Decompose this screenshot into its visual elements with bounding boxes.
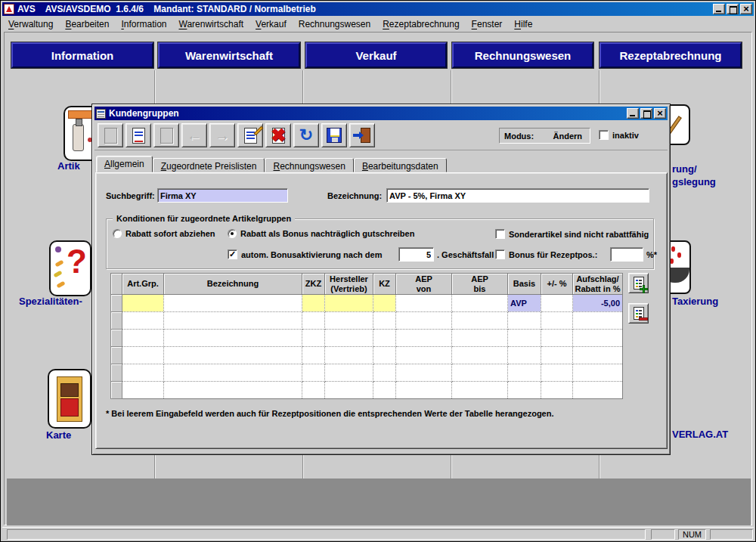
- row-selector[interactable]: [111, 382, 122, 399]
- bezeichnung-input[interactable]: [386, 188, 649, 203]
- edit-button[interactable]: [237, 123, 263, 147]
- empty-cell[interactable]: [122, 330, 164, 347]
- empty-cell[interactable]: [164, 364, 302, 382]
- browse-button[interactable]: [125, 123, 151, 147]
- row-selector[interactable]: [111, 312, 122, 330]
- empty-cell[interactable]: [122, 312, 164, 330]
- menu-warenwirtschaft[interactable]: Warenwirtschaft: [172, 17, 249, 31]
- dialog-titlebar[interactable]: Kundengruppen: [94, 107, 668, 120]
- menu-information[interactable]: Information: [115, 17, 172, 31]
- empty-cell[interactable]: [325, 312, 373, 330]
- empty-cell[interactable]: [164, 347, 302, 364]
- cell-aep-bis[interactable]: [452, 295, 508, 312]
- empty-cell[interactable]: [573, 330, 623, 347]
- maximize-button[interactable]: [727, 4, 739, 14]
- empty-cell[interactable]: [541, 330, 573, 347]
- empty-cell[interactable]: [452, 364, 508, 382]
- empty-cell[interactable]: [325, 382, 373, 399]
- menu-verkauf[interactable]: Verkauf: [249, 17, 293, 31]
- empty-cell[interactable]: [573, 364, 623, 382]
- bonus-rezept-checkbox[interactable]: [495, 249, 505, 259]
- delete-button[interactable]: ✖: [265, 123, 291, 147]
- empty-cell[interactable]: [508, 330, 541, 347]
- empty-cell[interactable]: [373, 330, 396, 347]
- tab-rechnungswesen[interactable]: Rechnungswesen: [265, 158, 353, 172]
- empty-cell[interactable]: [373, 364, 396, 382]
- empty-cell[interactable]: [325, 330, 373, 347]
- row-selector[interactable]: [111, 347, 122, 364]
- empty-cell[interactable]: [302, 382, 325, 399]
- dialog-maximize-button[interactable]: [640, 108, 652, 119]
- suchbegriff-input[interactable]: [157, 188, 288, 203]
- menu-bearbeiten[interactable]: Bearbeiten: [59, 17, 115, 31]
- remove-row-button[interactable]: [628, 303, 649, 324]
- nav-button-warenwirtschaft[interactable]: Warenwirtschaft: [158, 42, 300, 68]
- row-selector[interactable]: [111, 295, 122, 312]
- save-button[interactable]: [321, 123, 347, 147]
- row-selector[interactable]: [111, 330, 122, 347]
- dialog-minimize-button[interactable]: [627, 108, 639, 119]
- tab-bearbeitungsdaten[interactable]: Bearbeitungsdaten: [354, 158, 447, 172]
- menu-verwaltung[interactable]: Verwaltung: [2, 17, 59, 31]
- autom-bonus-checkbox[interactable]: ✓: [228, 249, 237, 259]
- nav-button-rechnungswesen[interactable]: Rechnungswesen: [452, 42, 593, 68]
- empty-cell[interactable]: [508, 347, 541, 364]
- empty-cell[interactable]: [325, 347, 373, 364]
- empty-cell[interactable]: [541, 382, 573, 399]
- menu-fenster[interactable]: Fenster: [466, 17, 509, 31]
- sonderartikel-checkbox[interactable]: [495, 229, 505, 239]
- empty-cell[interactable]: [373, 312, 396, 330]
- next-button-disabled[interactable]: →: [209, 123, 235, 147]
- rabatt-sofort-radio[interactable]: [113, 229, 122, 238]
- nav-button-information[interactable]: Information: [11, 42, 153, 68]
- minimize-button[interactable]: [713, 4, 725, 14]
- empty-cell[interactable]: [164, 312, 302, 330]
- empty-cell[interactable]: [452, 312, 508, 330]
- close-button[interactable]: [740, 4, 752, 14]
- dialog-close-button[interactable]: [654, 108, 666, 119]
- empty-cell[interactable]: [302, 364, 325, 382]
- empty-cell[interactable]: [541, 347, 573, 364]
- cell-plusminus[interactable]: [541, 295, 573, 312]
- kartei-icon[interactable]: [48, 369, 91, 429]
- empty-cell[interactable]: [452, 330, 508, 347]
- empty-cell[interactable]: [302, 330, 325, 347]
- refresh-button[interactable]: ↻: [293, 123, 319, 147]
- exit-button[interactable]: [349, 123, 375, 147]
- tab-zugeordnete-preislisten[interactable]: Zugeordnete Preislisten: [153, 158, 265, 172]
- row-selector[interactable]: [111, 364, 122, 382]
- empty-cell[interactable]: [122, 347, 164, 364]
- cell-artgrp[interactable]: [122, 295, 164, 312]
- bonus-rezept-input[interactable]: [610, 247, 643, 262]
- geschaeftsfall-input[interactable]: [398, 247, 434, 262]
- menu-rezeptabrechnung[interactable]: Rezeptabrechnung: [376, 17, 465, 31]
- empty-cell[interactable]: [325, 364, 373, 382]
- empty-cell[interactable]: [396, 382, 452, 399]
- empty-cell[interactable]: [164, 330, 302, 347]
- rabatt-bonus-radio[interactable]: [228, 229, 237, 238]
- copy-button-disabled[interactable]: [153, 123, 179, 147]
- empty-cell[interactable]: [396, 330, 452, 347]
- nav-button-verkauf[interactable]: Verkauf: [305, 42, 447, 68]
- menu-hilfe[interactable]: Hilfe: [508, 17, 538, 31]
- spezialitaeten-icon[interactable]: ?: [49, 240, 91, 296]
- empty-cell[interactable]: [302, 312, 325, 330]
- empty-cell[interactable]: [573, 347, 623, 364]
- empty-cell[interactable]: [122, 364, 164, 382]
- empty-cell[interactable]: [164, 382, 302, 399]
- cell-aep-von[interactable]: [396, 295, 452, 312]
- empty-cell[interactable]: [541, 364, 573, 382]
- empty-cell[interactable]: [452, 382, 508, 399]
- empty-cell[interactable]: [396, 347, 452, 364]
- nav-button-rezeptabrechnung[interactable]: Rezeptabrechnung: [600, 42, 742, 68]
- empty-cell[interactable]: [508, 382, 541, 399]
- empty-cell[interactable]: [396, 312, 452, 330]
- empty-cell[interactable]: [573, 312, 623, 330]
- cell-basis[interactable]: AVP: [508, 295, 541, 312]
- cell-kz[interactable]: [373, 295, 396, 312]
- cell-aufschlag[interactable]: -5,00: [573, 295, 623, 312]
- empty-cell[interactable]: [373, 347, 396, 364]
- empty-cell[interactable]: [302, 347, 325, 364]
- tab-allgemein[interactable]: Allgemein: [96, 156, 153, 172]
- previous-button-disabled[interactable]: ←: [181, 123, 207, 147]
